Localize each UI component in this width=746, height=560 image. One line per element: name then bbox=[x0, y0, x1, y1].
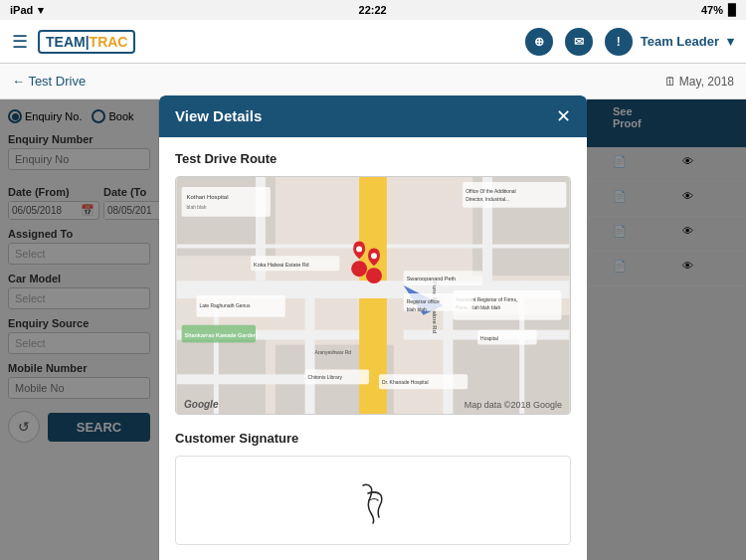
logo-team: TEAM bbox=[46, 34, 86, 50]
svg-text:Koka Halwai Estate Rd: Koka Halwai Estate Rd bbox=[254, 262, 309, 268]
battery-icon: ▉ bbox=[728, 4, 736, 17]
battery-label: 47% bbox=[701, 4, 723, 16]
time-label: 22:22 bbox=[359, 4, 387, 16]
wifi-icon: ▾ bbox=[38, 4, 44, 17]
team-leader-chevron: ▾ bbox=[727, 34, 734, 49]
signature-section-title: Customer Signature bbox=[175, 431, 571, 446]
logo-trac: TRAC bbox=[90, 34, 128, 50]
notification-icon[interactable]: ⊕ bbox=[525, 28, 553, 56]
modal-close-button[interactable]: ✕ bbox=[556, 107, 571, 125]
nav-icons: ⊕ ✉ ! bbox=[525, 28, 633, 56]
main-content: Enquiry No. Book Enquiry Number Date (Fr… bbox=[0, 99, 746, 560]
menu-icon[interactable]: ☰ bbox=[12, 31, 28, 53]
svg-point-45 bbox=[356, 246, 362, 252]
svg-text:blah blah: blah blah bbox=[187, 204, 207, 209]
svg-text:Chitonis Library: Chitonis Library bbox=[308, 375, 343, 380]
team-leader-label: Team Leader bbox=[641, 34, 719, 49]
svg-text:Registrar office: Registrar office bbox=[407, 298, 440, 303]
nav-bar: ☰ TEAM | TRAC ⊕ ✉ ! Team Leader ▾ bbox=[0, 20, 746, 64]
modal-overlay[interactable]: View Details ✕ Test Drive Route bbox=[0, 99, 746, 560]
message-icon[interactable]: ✉ bbox=[565, 28, 593, 56]
svg-rect-19 bbox=[182, 186, 271, 216]
svg-text:Office Of the Additional: Office Of the Additional bbox=[466, 188, 515, 193]
svg-text:Shankarrao Kawade Garden: Shankarrao Kawade Garden bbox=[185, 331, 258, 337]
date-badge: 🗓 May, 2018 bbox=[664, 75, 734, 89]
svg-point-46 bbox=[366, 268, 382, 283]
svg-text:Aranyeshwar Rd: Aranyeshwar Rd bbox=[314, 350, 351, 355]
signature-svg bbox=[333, 466, 413, 535]
svg-rect-22 bbox=[463, 181, 566, 207]
modal-body: Test Drive Route bbox=[159, 137, 587, 561]
carrier-label: iPad bbox=[10, 4, 33, 16]
modal-header: View Details ✕ bbox=[159, 95, 587, 137]
google-logo: Google bbox=[184, 399, 218, 410]
svg-text:Director, Industrial...: Director, Industrial... bbox=[466, 196, 509, 201]
back-link[interactable]: ← Test Drive bbox=[12, 74, 86, 89]
svg-rect-12 bbox=[305, 280, 315, 414]
svg-text:Late Raghunath Genus: Late Raghunath Genus bbox=[199, 302, 251, 307]
nav-right: ⊕ ✉ ! Team Leader ▾ bbox=[525, 28, 734, 56]
svg-text:Kothari Hospital: Kothari Hospital bbox=[187, 193, 229, 199]
alert-icon[interactable]: ! bbox=[605, 28, 633, 56]
svg-text:blah blah: blah blah bbox=[407, 306, 427, 311]
modal-title: View Details bbox=[175, 107, 262, 124]
svg-text:Dr. Khanade Hospital: Dr. Khanade Hospital bbox=[382, 380, 429, 385]
map-credit: Map data ©2018 Google bbox=[465, 400, 562, 410]
svg-text:Swaroopanand Peth: Swaroopanand Peth bbox=[407, 276, 456, 281]
status-right: 47% ▉ bbox=[701, 4, 736, 17]
svg-point-47 bbox=[371, 253, 377, 259]
modal: View Details ✕ Test Drive Route bbox=[159, 95, 587, 561]
svg-rect-14 bbox=[177, 374, 315, 384]
map-section-title: Test Drive Route bbox=[175, 151, 571, 166]
sub-nav: ← Test Drive 🗓 May, 2018 bbox=[0, 64, 746, 99]
map-svg: Kothari Hospital blah blah Office Of the… bbox=[176, 177, 570, 414]
status-left: iPad ▾ bbox=[10, 4, 44, 17]
map-background: Kothari Hospital blah blah Office Of the… bbox=[176, 177, 570, 414]
map-container: Kothari Hospital blah blah Office Of the… bbox=[175, 176, 571, 415]
svg-text:Hospital: Hospital bbox=[480, 335, 498, 340]
status-bar: iPad ▾ 22:22 47% ▉ bbox=[0, 0, 746, 20]
logo: TEAM | TRAC bbox=[38, 30, 135, 54]
signature-area bbox=[175, 456, 571, 545]
svg-point-44 bbox=[351, 261, 367, 277]
nav-left: ☰ TEAM | TRAC bbox=[12, 30, 135, 54]
